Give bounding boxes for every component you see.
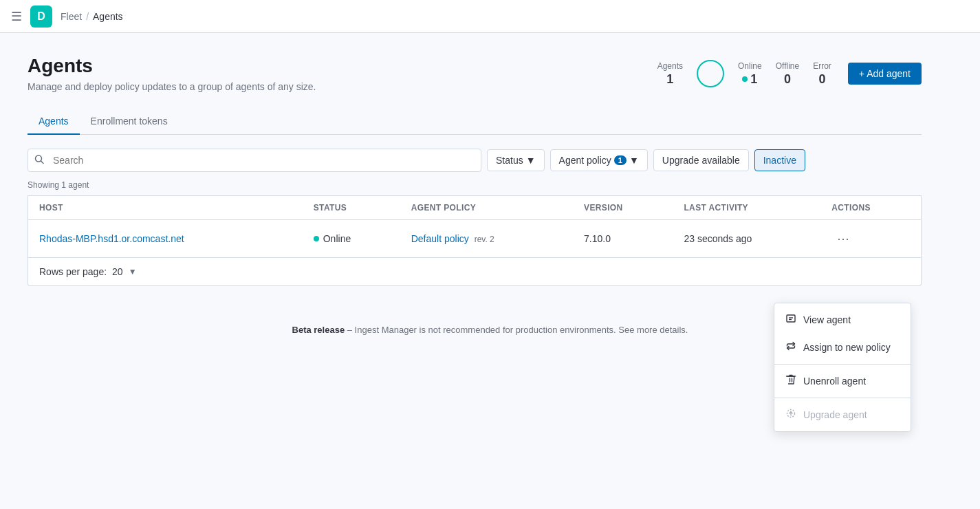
- agent-policy-filter-button[interactable]: Agent policy 1 ▼: [550, 149, 648, 171]
- online-dot: [742, 76, 748, 82]
- main-content: Agents Manage and deploy policy updates …: [0, 33, 949, 308]
- search-box: [28, 149, 481, 172]
- status-filter-button[interactable]: Status ▼: [487, 149, 545, 171]
- menu-item-assign-policy[interactable]: Assign to new policy: [774, 334, 911, 351]
- policy-rev: rev. 2: [475, 235, 494, 244]
- col-last-activity: Last activity: [673, 196, 820, 220]
- offline-value: 0: [784, 72, 791, 87]
- footer-bold: Beta release: [292, 325, 345, 335]
- fleet-link[interactable]: Fleet: [61, 11, 82, 22]
- col-agent-policy: Agent policy: [400, 196, 573, 220]
- rows-per-page-label: Rows per page:: [39, 266, 107, 277]
- col-actions: Actions: [820, 196, 921, 220]
- breadcrumb-separator: /: [86, 11, 89, 22]
- status-text: Online: [323, 233, 351, 244]
- hamburger-icon[interactable]: ☰: [11, 9, 22, 24]
- stat-online: Online 1: [738, 61, 762, 87]
- page-title-group: Agents Manage and deploy policy updates …: [28, 55, 316, 92]
- cell-actions: ⋯: [820, 220, 921, 258]
- cell-status: Online: [303, 220, 400, 258]
- cell-version: 7.10.0: [573, 220, 673, 258]
- table-header-row: Host Status Agent policy Version Last ac…: [28, 196, 922, 220]
- search-icon: [34, 155, 44, 166]
- rows-per-page-chevron-icon: ▼: [129, 267, 137, 277]
- agent-policy-chevron-icon: ▼: [629, 155, 639, 166]
- actions-menu-button[interactable]: ⋯: [831, 228, 856, 249]
- stat-agents: Agents 1: [657, 61, 683, 87]
- stat-offline: Offline 0: [776, 61, 799, 87]
- rows-per-page[interactable]: Rows per page: 20 ▼: [28, 258, 922, 286]
- offline-label: Offline: [776, 61, 799, 71]
- agents-circle-icon: [697, 60, 724, 87]
- upgrade-available-button[interactable]: Upgrade available: [653, 149, 749, 171]
- tab-enrollment-tokens[interactable]: Enrollment tokens: [80, 109, 179, 135]
- view-agent-label: View agent: [803, 314, 851, 325]
- logo-badge: D: [30, 6, 52, 28]
- stat-error: Error 0: [813, 61, 831, 87]
- filter-bar: Status ▼ Agent policy 1 ▼ Upgrade availa…: [28, 149, 922, 172]
- agents-table: Host Status Agent policy Version Last ac…: [28, 195, 922, 258]
- assign-policy-label: Assign to new policy: [803, 342, 891, 351]
- agent-policy-label: Agent policy: [559, 155, 611, 166]
- stats-and-button: Agents 1 Online 1 Offline 0 Error: [657, 60, 922, 87]
- error-value: 0: [819, 72, 826, 87]
- svg-line-1: [41, 161, 44, 164]
- cell-host: Rhodas-MBP.hsd1.or.comcast.net: [28, 220, 303, 258]
- agent-policy-badge: 1: [614, 155, 627, 165]
- agents-value: 1: [666, 72, 673, 87]
- col-status: Status: [303, 196, 400, 220]
- svg-rect-2: [787, 315, 795, 322]
- page-subtitle: Manage and deploy policy updates to a gr…: [28, 81, 316, 92]
- cell-last-activity: 23 seconds ago: [673, 220, 820, 258]
- page-title: Agents: [28, 55, 316, 77]
- agents-label: Agents: [657, 61, 683, 71]
- tab-agents[interactable]: Agents: [28, 109, 80, 135]
- inactive-filter-button[interactable]: Inactive: [754, 149, 805, 171]
- status-online: Online: [314, 233, 389, 244]
- breadcrumb: Fleet / Agents: [61, 11, 123, 22]
- col-version: Version: [573, 196, 673, 220]
- policy-link[interactable]: Default policy: [411, 233, 469, 244]
- version-text: 7.10.0: [584, 233, 611, 244]
- inactive-label: Inactive: [763, 155, 796, 166]
- context-menu: View agent Assign to new policy Unenroll…: [774, 303, 911, 351]
- breadcrumb-current: Agents: [93, 11, 123, 22]
- top-navigation: ☰ D Fleet / Agents: [0, 0, 980, 33]
- error-label: Error: [813, 61, 831, 71]
- status-filter-label: Status: [496, 155, 523, 166]
- assign-policy-icon: [785, 340, 796, 351]
- menu-item-view-agent[interactable]: View agent: [774, 306, 911, 334]
- page-header: Agents Manage and deploy policy updates …: [28, 55, 922, 92]
- col-host: Host: [28, 196, 303, 220]
- stats-group: Agents 1 Online 1 Offline 0 Error: [657, 60, 831, 87]
- host-link[interactable]: Rhodas-MBP.hsd1.or.comcast.net: [39, 233, 184, 244]
- showing-count: Showing 1 agent: [28, 180, 922, 190]
- cell-policy: Default policy rev. 2: [400, 220, 573, 258]
- rows-per-page-value: 20: [112, 266, 123, 277]
- footer-text: – Ingest Manager is not recommended for …: [347, 325, 688, 335]
- status-dot-online: [314, 236, 319, 241]
- online-label: Online: [738, 61, 762, 71]
- search-input[interactable]: [28, 149, 481, 172]
- upgrade-available-label: Upgrade available: [662, 155, 740, 166]
- status-chevron-icon: ▼: [526, 155, 536, 166]
- last-activity-text: 23 seconds ago: [684, 233, 752, 244]
- table-row: Rhodas-MBP.hsd1.or.comcast.net Online De…: [28, 220, 922, 258]
- online-value: 1: [742, 72, 757, 87]
- view-agent-icon: [785, 313, 796, 327]
- main-tabs: Agents Enrollment tokens: [28, 109, 922, 135]
- add-agent-button[interactable]: + Add agent: [848, 63, 922, 85]
